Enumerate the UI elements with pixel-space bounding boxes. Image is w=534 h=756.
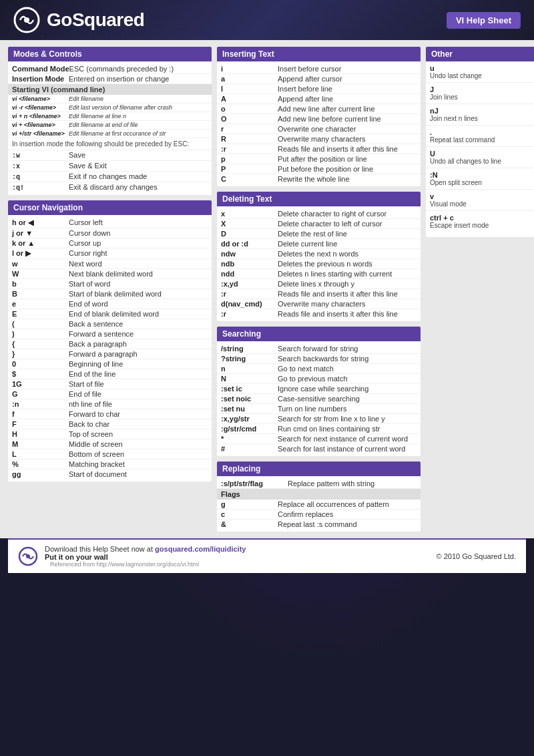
cursor-nav-row: 0Beginning of line [8, 359, 212, 369]
deleting-val: Delete character to left of cursor [278, 220, 417, 228]
vi-filename-val: Edit filename [69, 96, 208, 102]
searching-key: /string [221, 345, 278, 353]
cursor-nav-val: Middle of screen [69, 440, 208, 448]
other-key: :N [430, 171, 534, 179]
inserting-text-row: :r Reads file and inserts it after this … [217, 144, 421, 154]
other-key: ctrl + c [430, 214, 534, 222]
deleting-text-row: xDelete character to right of cursor [217, 209, 421, 219]
flag-val: Repeat last :s command [278, 520, 417, 528]
searching-row: :set nuTurn on line numbers [217, 404, 421, 414]
inserting-key: p [221, 155, 278, 163]
searching-key: # [221, 445, 278, 453]
svg-point-1 [24, 17, 29, 23]
starting-vi-header: Starting VI (command line) [8, 84, 212, 95]
insertion-mode-row: Insertion Mode Entered on insertion or c… [8, 74, 212, 84]
other-section: JJoin lines [426, 85, 534, 104]
searching-key: :set nu [221, 405, 278, 413]
vi-str-filename-val: Edit filename at first occurance of str [69, 130, 208, 137]
cursor-nav-row: k or ▲Cursor up [8, 238, 212, 248]
inserting-val: Append after line [278, 95, 417, 103]
cursor-nav-key: :n [12, 400, 69, 408]
inserting-key: :r [221, 145, 278, 153]
searching-key: :g/str/cmd [221, 425, 278, 433]
w-command-val: Save [69, 151, 208, 159]
x-command-val: Save & Exit [69, 162, 208, 170]
inserting-key: o [221, 105, 278, 113]
inserting-text-row: pPut after the position or line [217, 154, 421, 164]
w-command-key: :w [12, 152, 69, 160]
searching-key: :x,yg/str [221, 415, 278, 423]
searching-key: * [221, 435, 278, 443]
other-key: u [430, 64, 534, 72]
cursor-nav-row: l or ▶Cursor right [8, 248, 212, 259]
other-section: ctrl + cEscape insert mode [426, 214, 534, 232]
searching-val: Ignore case while searching [278, 385, 417, 393]
searching-key: ?string [221, 355, 278, 363]
vi-r-filename-row: vi -r <filename> Edit last version of fi… [8, 104, 212, 112]
searching-row: #Search for last instance of current wor… [217, 444, 421, 453]
cursor-nav-val: Next blank delimited word [69, 270, 208, 278]
inserting-key: r [221, 125, 278, 133]
searching-val: Case-sensitive searching [278, 395, 417, 403]
inserting-text-row: AAppend after line [217, 94, 421, 104]
deleting-text-header: Deleting Text [217, 192, 421, 206]
deleting-text-row: ndwDeletes the next n words [217, 249, 421, 259]
other-val: Open split screen [430, 179, 534, 186]
other-section: :NOpen split screen [426, 171, 534, 190]
cursor-nav-key: L [12, 450, 69, 458]
cursor-nav-val: Start of blank delimited word [69, 290, 208, 298]
main-content: Modes & Controls Command Mode ESC (comma… [0, 40, 534, 538]
vi-n-filename-val: Edit filename at line n [69, 113, 208, 120]
cursor-nav-key: 1G [12, 380, 69, 388]
other-key: U [430, 150, 534, 158]
searching-key: :set ic [221, 385, 278, 393]
inserting-val: Overwrite one character [278, 125, 417, 133]
inserting-text-row: rOverwrite one character [217, 124, 421, 134]
inserting-text-row: aAppend after cursor [217, 74, 421, 84]
other-key: J [430, 85, 534, 93]
deleting-text-row: XDelete character to left of cursor [217, 219, 421, 229]
cursor-nav-row: 1GStart of file [8, 379, 212, 389]
deleting-key: D [221, 230, 278, 238]
inserting-text-row: iInsert before cursor [217, 64, 421, 74]
cursor-nav-key: W [12, 270, 69, 278]
cursor-nav-key: l or ▶ [12, 249, 69, 258]
x-command-row: :x Save & Exit [8, 161, 212, 172]
command-mode-val: ESC (commands preceded by :) [69, 65, 208, 73]
cursor-nav-key: M [12, 440, 69, 448]
cursor-nav-key: gg [12, 470, 69, 478]
vi-r-filename-val: Edit last version of filename after cras… [69, 104, 208, 111]
deleting-val: Deletes n lines starting with current [278, 270, 417, 278]
inserting-val: Add new line after current line [278, 105, 417, 113]
other-panel: Other uUndo last changeJJoin linesnJJoin… [426, 47, 534, 237]
cursor-nav-row: )Forward a sentence [8, 329, 212, 339]
flag-row: gReplace all occurrences of pattern [217, 500, 421, 510]
cursor-nav-key: F [12, 420, 69, 428]
footer-link[interactable]: gosquared.com/liquidicity [155, 545, 246, 553]
deleting-val: Deletes the previous n words [278, 260, 417, 268]
cursor-nav-val: Start of word [69, 280, 208, 288]
deleting-key: :x,yd [221, 280, 278, 288]
cursor-nav-val: Start of file [69, 380, 208, 388]
cursor-nav-key: f [12, 410, 69, 418]
cursor-nav-panel: Cursor Navigation h or ◀Cursor leftj or … [8, 200, 212, 482]
footer: Download this Help Sheet now at gosquare… [8, 538, 526, 573]
q-command-row: :q Exit if no changes made [8, 172, 212, 182]
cursor-nav-row: ggStart of document [8, 469, 212, 479]
footer-logo-icon [18, 546, 38, 566]
vi-filename-key: vi <filename> [12, 96, 69, 102]
searching-row: *Search for next instance of current wor… [217, 434, 421, 444]
cursor-nav-val: Back a paragraph [69, 340, 208, 348]
searching-val: Search backwards for string [278, 355, 417, 363]
q-bang-command-row: :q! Exit & discard any changes [8, 182, 212, 192]
cursor-nav-key: 0 [12, 360, 69, 368]
cursor-nav-key: w [12, 260, 69, 268]
q-bang-command-val: Exit & discard any changes [69, 183, 208, 191]
deleting-val: Delete lines x through y [278, 280, 417, 288]
deleting-text-row: dd or :dDelete current line [217, 239, 421, 249]
cursor-nav-row: $End of the line [8, 369, 212, 379]
cursor-nav-val: Next word [69, 260, 208, 268]
command-mode-key: Command Mode [12, 65, 69, 73]
cursor-nav-row: h or ◀Cursor left [8, 218, 212, 228]
deleting-text-row: DDelete the rest of line [217, 229, 421, 239]
